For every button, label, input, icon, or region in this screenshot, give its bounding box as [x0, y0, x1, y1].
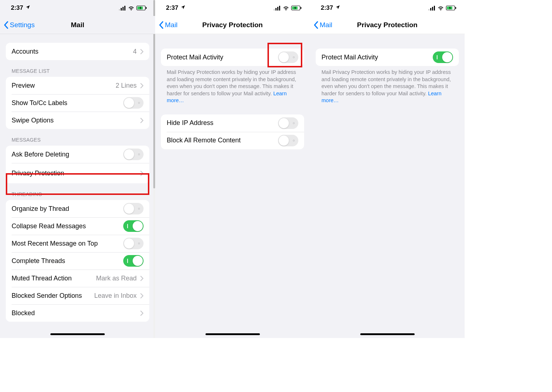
- ask-delete-label: Ask Before Deleting: [12, 151, 69, 158]
- collapse-toggle[interactable]: [123, 220, 144, 232]
- blocked-sender-value: Leave in Inbox: [94, 292, 137, 300]
- svg-rect-7: [274, 9, 275, 11]
- privacy-protection-screen-on: 2:37 Mail Privacy Protection Protect Mai…: [310, 0, 465, 338]
- svg-rect-8: [275, 8, 277, 11]
- protect-mail-toggle[interactable]: [278, 51, 298, 63]
- complete-toggle[interactable]: [123, 255, 144, 267]
- home-indicator[interactable]: [206, 333, 260, 335]
- preview-row[interactable]: Preview 2 Lines: [6, 77, 149, 94]
- accounts-value: 4: [133, 48, 137, 55]
- chevron-right-icon: [140, 83, 144, 88]
- cellular-signal-icon: [428, 6, 436, 11]
- collapse-label: Collapse Read Messages: [12, 222, 86, 230]
- svg-rect-9: [277, 7, 278, 11]
- nav-bar: Mail Privacy Protection: [310, 16, 465, 34]
- muted-action-row[interactable]: Muted Thread Action Mark as Read: [6, 270, 149, 287]
- swipe-options-row[interactable]: Swipe Options: [6, 112, 149, 129]
- most-recent-row: Most Recent Message on Top: [6, 235, 149, 252]
- protect-label: Protect Mail Activity: [167, 54, 223, 61]
- wifi-icon: [283, 6, 289, 11]
- status-time: 2:37: [321, 4, 333, 12]
- privacy-protection-screen-off: 2:37 Mail Privacy Protection Protect Mai…: [155, 0, 310, 338]
- page-title: Mail: [71, 21, 84, 29]
- block-remote-label: Block All Remote Content: [167, 137, 241, 144]
- back-button[interactable]: Mail: [159, 21, 178, 29]
- protect-description: Mail Privacy Protection works by hiding …: [161, 66, 304, 104]
- show-tocc-row: Show To/Cc Labels: [6, 94, 149, 112]
- chevron-right-icon: [140, 118, 144, 123]
- blocked-row[interactable]: Blocked: [6, 304, 149, 322]
- location-icon: [335, 4, 340, 12]
- protect-description: Mail Privacy Protection works by hiding …: [316, 66, 459, 104]
- hide-ip-label: Hide IP Address: [167, 119, 213, 127]
- mail-settings-screen: 2:37 Settings Mail Acco: [0, 0, 155, 338]
- svg-rect-6: [146, 7, 147, 9]
- svg-rect-10: [279, 6, 280, 11]
- svg-rect-2: [123, 7, 124, 11]
- ask-before-deleting-row: Ask Before Deleting: [6, 146, 149, 163]
- complete-threads-row: Complete Threads: [6, 252, 149, 270]
- back-label: Settings: [10, 21, 35, 29]
- battery-icon: [291, 5, 302, 11]
- preview-label: Preview: [12, 82, 35, 89]
- svg-rect-17: [434, 6, 435, 11]
- back-button[interactable]: Settings: [4, 21, 35, 29]
- recent-label: Most Recent Message on Top: [12, 240, 98, 247]
- chevron-right-icon: [140, 276, 144, 281]
- back-label: Mail: [320, 21, 332, 29]
- status-time: 2:37: [166, 4, 178, 12]
- organize-label: Organize by Thread: [12, 205, 69, 213]
- section-header-messages: MESSAGES: [6, 129, 149, 146]
- show-tocc-label: Show To/Cc Labels: [12, 99, 67, 107]
- status-bar: 2:37: [310, 0, 465, 16]
- wifi-icon: [128, 6, 134, 11]
- location-icon: [25, 4, 30, 12]
- complete-label: Complete Threads: [12, 257, 65, 265]
- hide-ip-row: Hide IP Address: [161, 114, 304, 132]
- protect-mail-activity-row: Protect Mail Activity: [316, 49, 459, 66]
- block-remote-toggle[interactable]: [278, 135, 298, 146]
- svg-rect-3: [124, 6, 125, 11]
- privacy-protection-row[interactable]: Privacy Protection: [6, 163, 149, 183]
- back-label: Mail: [165, 21, 178, 29]
- wifi-icon: [437, 6, 444, 11]
- nav-bar: Settings Mail: [0, 16, 155, 34]
- svg-rect-15: [430, 8, 431, 11]
- preview-value: 2 Lines: [116, 82, 137, 89]
- cellular-signal-icon: [274, 6, 281, 11]
- location-icon: [180, 4, 186, 12]
- battery-icon: [136, 5, 147, 11]
- home-indicator[interactable]: [360, 333, 415, 335]
- back-button[interactable]: Mail: [314, 21, 332, 29]
- hide-ip-toggle[interactable]: [278, 117, 298, 129]
- status-bar: 2:37: [155, 0, 310, 16]
- accounts-row[interactable]: Accounts 4: [6, 43, 149, 60]
- svg-rect-14: [428, 9, 429, 11]
- chevron-right-icon: [140, 293, 144, 299]
- muted-value: Mark as Read: [96, 275, 137, 282]
- protect-label: Protect Mail Activity: [321, 54, 378, 61]
- battery-icon: [446, 5, 457, 11]
- swipe-label: Swipe Options: [12, 117, 54, 124]
- protect-mail-activity-row: Protect Mail Activity: [161, 49, 304, 66]
- privacy-label: Privacy Protection: [12, 170, 64, 177]
- status-bar: 2:37: [0, 0, 155, 16]
- organize-toggle[interactable]: [123, 203, 144, 214]
- home-indicator[interactable]: [50, 333, 105, 335]
- organize-thread-row: Organize by Thread: [6, 200, 149, 217]
- nav-bar: Mail Privacy Protection: [155, 16, 310, 34]
- show-tocc-toggle[interactable]: [123, 97, 144, 109]
- blocked-sender-row[interactable]: Blocked Sender Options Leave in Inbox: [6, 287, 149, 304]
- section-header-messagelist: MESSAGE LIST: [6, 60, 149, 77]
- blocked-label: Blocked: [12, 309, 35, 317]
- blocked-sender-label: Blocked Sender Options: [12, 292, 82, 300]
- page-title: Privacy Protection: [202, 21, 263, 29]
- chevron-right-icon: [140, 310, 144, 316]
- protect-mail-toggle[interactable]: [433, 51, 453, 63]
- recent-toggle[interactable]: [123, 238, 144, 249]
- svg-rect-16: [432, 7, 433, 11]
- ask-delete-toggle[interactable]: [123, 149, 144, 160]
- svg-rect-0: [119, 9, 120, 11]
- svg-rect-1: [121, 8, 122, 11]
- muted-label: Muted Thread Action: [12, 275, 72, 282]
